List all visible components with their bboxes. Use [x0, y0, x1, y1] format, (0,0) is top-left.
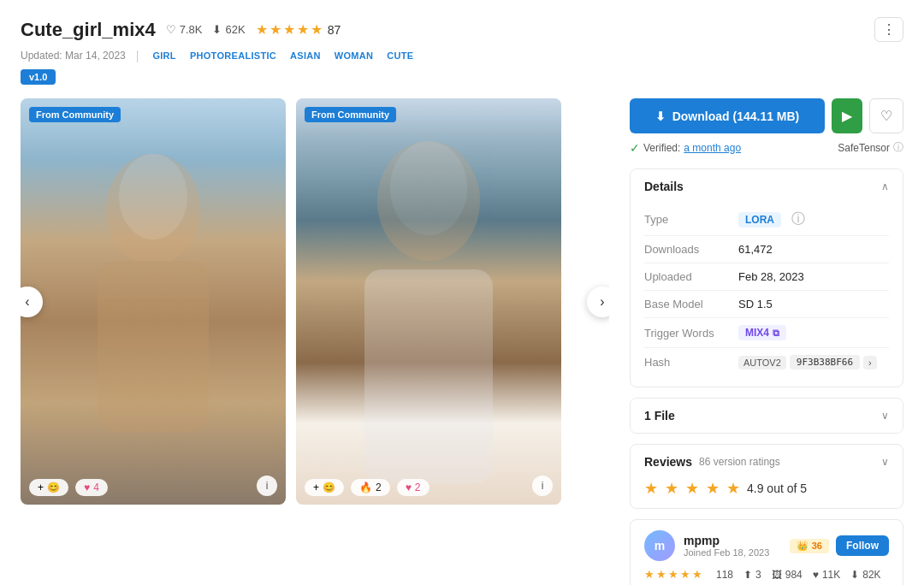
user-star-3: ★	[668, 568, 678, 581]
uploaded-label: Uploaded	[644, 270, 738, 283]
reviews-stars: ★ ★ ★ ★ ★ 4.9 out of 5	[631, 479, 903, 508]
image-card-2: From Community + 😊	[296, 98, 561, 505]
user-images: 🖼 984	[772, 569, 803, 581]
crown-count: 36	[812, 541, 822, 551]
upload-icon: ⬆	[743, 569, 752, 581]
verified-left: ✓ Verified: a month ago	[630, 141, 741, 155]
detail-row-base-model: Base Model SD 1.5	[644, 291, 889, 318]
version-badge[interactable]: v1.0	[21, 69, 56, 85]
details-title: Details	[644, 180, 684, 193]
image-card-1: From Community + 😊	[21, 98, 286, 505]
like-count-2[interactable]: ♥ 2	[397, 479, 429, 496]
tag-photorealistic[interactable]: PHOTOREALISTIC	[187, 49, 280, 62]
downloads-stat: ⬇ 62K	[212, 23, 245, 36]
svg-point-5	[390, 141, 467, 235]
user-header: m mpmp Joined Feb 18, 2023 👑 36 Follow	[644, 530, 889, 561]
detail-row-hash: Hash AUTOV2 9F3B38BF66 ›	[644, 348, 889, 376]
details-section: Details ∧ Type LORA ⓘ Downloads 61,472	[630, 168, 903, 387]
more-options-button[interactable]: ⋮	[874, 17, 903, 42]
star-4: ★	[297, 21, 309, 38]
reviews-header[interactable]: Reviews 86 version ratings ∨	[631, 445, 903, 479]
user-right: 👑 36 Follow	[790, 535, 889, 556]
details-header[interactable]: Details ∧	[631, 169, 903, 204]
tag-asian[interactable]: ASIAN	[287, 49, 324, 62]
user-card: m mpmp Joined Feb 18, 2023 👑 36 Follow	[630, 519, 903, 585]
hash-label: Hash	[644, 356, 738, 369]
follow-button[interactable]: Follow	[836, 535, 889, 556]
plus-icon-1: +	[38, 482, 44, 493]
play-button[interactable]: ▶	[832, 98, 862, 133]
review-star-4: ★	[706, 479, 720, 498]
uploaded-value: Feb 28, 2023	[738, 270, 889, 283]
downloads-label: Downloads	[644, 243, 738, 256]
base-model-label: Base Model	[644, 298, 738, 310]
user-avatar[interactable]: m	[644, 530, 675, 561]
tag-woman[interactable]: WOMAN	[331, 49, 377, 62]
details-chevron-icon: ∧	[881, 180, 889, 192]
card-bottom-2: + 😊 🔥 2 ♥ 2	[305, 479, 429, 496]
info-button-1[interactable]: i	[257, 476, 277, 496]
add-reaction-button-2[interactable]: + 😊	[305, 479, 344, 496]
user-rating-count: 118	[716, 569, 733, 581]
smile-icon-1: 😊	[47, 482, 60, 493]
bookmark-icon: ♡	[880, 109, 892, 123]
user-joined-date: Joined Feb 18, 2023	[684, 547, 769, 558]
user-star-5: ★	[692, 568, 702, 581]
verified-label: Verified:	[643, 142, 680, 154]
like-count-1[interactable]: ♥ 4	[75, 479, 108, 496]
user-star-4: ★	[680, 568, 690, 581]
card-bottom-1: + 😊 ♥ 4	[29, 479, 108, 496]
detail-row-uploaded: Uploaded Feb 28, 2023	[644, 263, 889, 291]
download-button[interactable]: ⬇ Download (144.11 MB)	[630, 98, 825, 133]
user-left: m mpmp Joined Feb 18, 2023	[644, 530, 769, 561]
user-likes: ♥ 11K	[813, 569, 840, 581]
tag-cute[interactable]: CUTE	[383, 49, 417, 62]
lora-badge[interactable]: LORA	[738, 212, 781, 228]
rating-count: 87	[328, 23, 341, 37]
from-community-badge-1: From Community	[29, 107, 121, 122]
type-label: Type	[644, 213, 738, 226]
file-section-header[interactable]: 1 File ∨	[631, 399, 903, 433]
reviews-count: 86 version ratings	[699, 456, 780, 468]
play-icon: ▶	[842, 109, 852, 123]
heart-icon-1: ♥	[84, 482, 90, 493]
heart-icon: ♡	[166, 23, 176, 36]
type-info-icon[interactable]: ⓘ	[791, 211, 805, 226]
add-reaction-button-1[interactable]: + 😊	[29, 479, 68, 496]
copy-icon[interactable]: ⧉	[773, 328, 779, 339]
dl-icon: ⬇	[850, 569, 859, 581]
verified-time-link[interactable]: a month ago	[684, 142, 741, 154]
detail-row-downloads: Downloads 61,472	[644, 236, 889, 263]
user-star-2: ★	[656, 568, 666, 581]
review-star-5: ★	[726, 479, 740, 498]
reviews-title-group: Reviews 86 version ratings	[644, 455, 780, 469]
star-3: ★	[283, 21, 295, 38]
fire-reaction-2[interactable]: 🔥 2	[351, 479, 390, 496]
plus-icon-2: +	[313, 482, 319, 493]
updated-date: Updated: Mar 14, 2023	[21, 50, 126, 62]
detail-row-type: Type LORA ⓘ	[644, 204, 889, 236]
user-downloads: ⬇ 82K	[850, 569, 880, 581]
safetensor-info: SafeTensor ⓘ	[838, 140, 903, 155]
details-grid: Type LORA ⓘ Downloads 61,472 Uploaded Fe…	[631, 204, 903, 387]
crown-icon: 👑	[797, 541, 808, 552]
verified-check-icon: ✓	[630, 141, 640, 155]
gallery-container: ‹ From Community +	[21, 98, 609, 505]
info-button-2[interactable]: i	[532, 476, 553, 496]
gallery-next-button[interactable]: ›	[587, 287, 609, 317]
downloads-value: 61,472	[738, 243, 889, 256]
tags-row: Updated: Mar 14, 2023 | GIRL PHOTOREALIS…	[21, 49, 903, 62]
username[interactable]: mpmp	[684, 534, 769, 547]
safetensor-info-icon: ⓘ	[893, 140, 903, 155]
hash-more-button[interactable]: ›	[863, 356, 877, 369]
mix4-badge[interactable]: MIX4 ⧉	[738, 325, 786, 340]
user-star-1: ★	[644, 568, 654, 581]
heart-icon-2: ♥	[406, 482, 412, 493]
bookmark-button[interactable]: ♡	[869, 98, 903, 133]
download-arrow-icon: ⬇	[655, 109, 666, 123]
smile-icon-2: 😊	[323, 482, 335, 493]
download-icon: ⬇	[212, 23, 222, 36]
tag-girl[interactable]: GIRL	[149, 49, 179, 62]
user-uploads: ⬆ 3	[743, 569, 761, 581]
user-info: mpmp Joined Feb 18, 2023	[684, 534, 769, 558]
